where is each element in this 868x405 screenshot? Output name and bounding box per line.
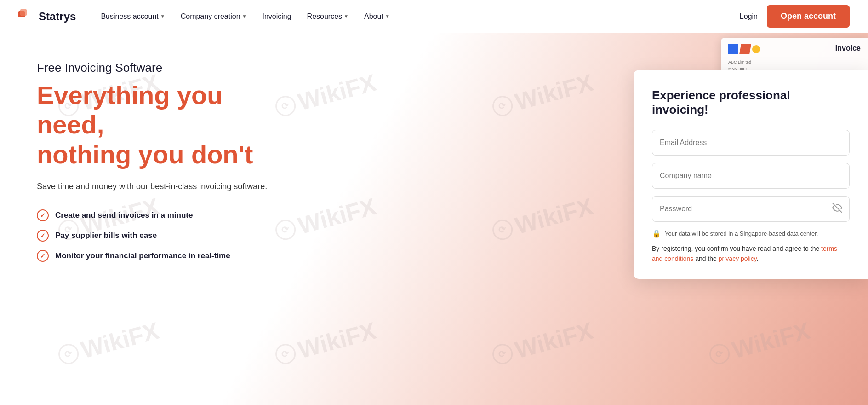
check-icon-2 <box>37 230 49 242</box>
svg-rect-1 <box>20 9 27 16</box>
feature-text-3: Monitor your financial performance in re… <box>55 251 230 260</box>
invoice-title: Invoice <box>835 44 861 52</box>
open-account-button[interactable]: Open account <box>767 5 850 28</box>
toggle-password-icon[interactable] <box>832 203 842 215</box>
hero-section: ⟳WikiFX ⟳WikiFX ⟳WikiFX ⟳WikiFX ⟳WikiFX … <box>0 33 868 405</box>
privacy-policy-link[interactable]: privacy policy <box>719 255 757 262</box>
hero-left: Free Invoicing Software Everything you n… <box>0 33 313 405</box>
feature-list: Create and send invoices in a minute Pay… <box>37 209 285 262</box>
login-button[interactable]: Login <box>740 12 758 21</box>
password-input[interactable] <box>652 196 850 222</box>
free-invoicing-label: Free Invoicing Software <box>37 61 285 75</box>
logo-text: Statrys <box>39 10 76 23</box>
shape-blue <box>728 44 738 54</box>
logo[interactable]: Statrys <box>18 8 76 25</box>
nav-about[interactable]: About ▼ <box>358 9 396 24</box>
feature-text-2: Pay supplier bills with ease <box>55 231 157 240</box>
navbar: Statrys Business account ▼ Company creat… <box>0 0 868 33</box>
feature-item-1: Create and send invoices in a minute <box>37 209 285 221</box>
feature-item-3: Monitor your financial performance in re… <box>37 250 285 262</box>
nav-links: Business account ▼ Company creation ▼ In… <box>94 9 739 24</box>
nav-resources[interactable]: Resources ▼ <box>301 9 355 24</box>
check-icon-3 <box>37 250 49 262</box>
nav-right: Login Open account <box>740 5 850 28</box>
invoice-preview-header: Invoice <box>721 38 868 59</box>
nav-business-account[interactable]: Business account ▼ <box>94 9 171 24</box>
hero-subtitle: Save time and money with our best-in-cla… <box>37 180 276 193</box>
email-input[interactable] <box>652 130 850 156</box>
company-group <box>652 163 850 189</box>
company-name-input[interactable] <box>652 163 850 189</box>
feature-item-2: Pay supplier bills with ease <box>37 230 285 242</box>
chevron-down-icon: ▼ <box>344 14 348 19</box>
feature-text-1: Create and send invoices in a minute <box>55 211 193 220</box>
hero-right: Invoice ABC Limited #INV-0001 101 Madiso… <box>313 33 868 405</box>
chevron-down-icon: ▼ <box>385 14 390 19</box>
signup-form-card: Experience professional invoicing! <box>634 70 868 279</box>
password-group <box>652 196 850 222</box>
check-icon-1 <box>37 209 49 221</box>
terms-text: By registering, you confirm you have rea… <box>652 243 850 264</box>
nav-invoicing[interactable]: Invoicing <box>256 9 297 24</box>
shape-yellow <box>752 45 760 53</box>
form-title: Experience professional invoicing! <box>652 88 850 117</box>
email-group <box>652 130 850 156</box>
nav-company-creation[interactable]: Company creation ▼ <box>174 9 253 24</box>
chevron-down-icon: ▼ <box>242 14 247 19</box>
lock-icon: 🔒 <box>652 229 661 238</box>
data-security-note: 🔒 Your data will be stored in a Singapor… <box>652 229 850 238</box>
logo-icon <box>18 8 35 25</box>
hero-headline: Everything you need, nothing you don't <box>37 81 285 169</box>
chevron-down-icon: ▼ <box>160 14 165 19</box>
invoice-logo <box>728 44 760 54</box>
shape-red <box>739 44 751 54</box>
